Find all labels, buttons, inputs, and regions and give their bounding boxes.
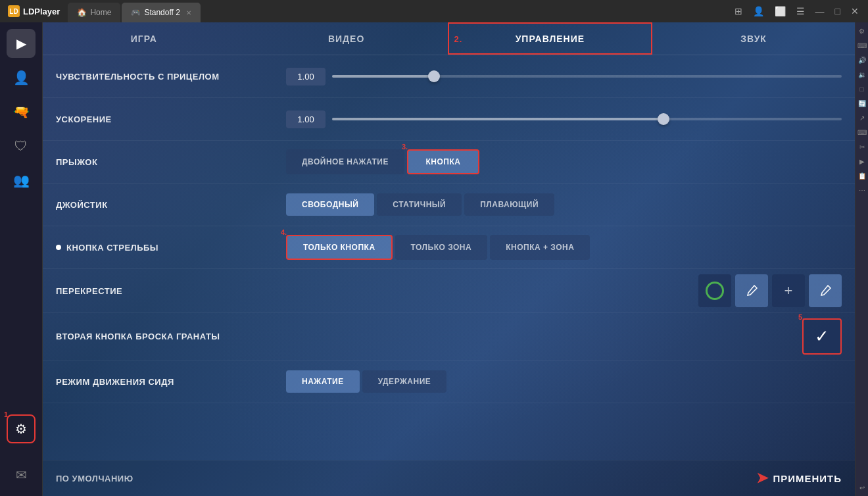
crouch-label: РЕЖИМ ДВИЖЕНИЯ СИДЯ <box>56 377 286 387</box>
crosshair-preview <box>698 274 731 307</box>
crosshair-row: ПЕРЕКРЕСТИЕ + <box>43 269 855 313</box>
app-logo: LD LDPlayer <box>0 5 68 17</box>
account-icon[interactable]: 👤 <box>750 5 767 18</box>
right-panel-clipboard[interactable]: 📋 <box>857 170 867 181</box>
screen-icon[interactable]: ⬜ <box>772 5 788 18</box>
titlebar: LD LDPlayer 🏠 Home 🎮 Standoff 2 ✕ ⊞ 👤 ⬜ … <box>0 0 868 22</box>
right-panel-cut[interactable]: ✂ <box>857 141 867 152</box>
menu-icon[interactable]: ☰ <box>794 5 808 18</box>
right-panel-volume-up[interactable]: 🔊 <box>857 55 867 65</box>
tab-control[interactable]: 2. УПРАВЛЕНИЕ <box>448 22 653 55</box>
acceleration-controls: 1.00 <box>286 111 842 128</box>
crosshair-edit1-btn[interactable] <box>735 274 768 307</box>
sidebar-item-shield[interactable]: 🛡 <box>7 132 36 161</box>
right-panel-input[interactable]: ⌨ <box>857 127 867 137</box>
grenade-controls: 5. ✓ <box>286 318 842 355</box>
joystick-static-btn[interactable]: СТАТИЧНЫЙ <box>377 193 462 216</box>
crouch-controls: НАЖАТИЕ УДЕРЖАНИЕ <box>286 370 842 393</box>
right-panel-rotate[interactable]: 🔄 <box>857 98 867 109</box>
crouch-hold-btn[interactable]: УДЕРЖАНИЕ <box>362 370 447 393</box>
crosshair-plus-btn[interactable]: + <box>772 274 805 307</box>
apply-row: ПО УМОЛЧАНИЮ ➤ ПРИМЕНИТЬ <box>43 460 855 496</box>
grenade-label: ВТОРАЯ КНОПКА БРОСКА ГРАНАТЫ <box>56 332 286 341</box>
joystick-floating-btn[interactable]: ПЛАВАЮЩИЙ <box>464 193 554 216</box>
step3-label: 3. <box>402 143 408 151</box>
acceleration-thumb[interactable] <box>658 113 669 125</box>
shoot-button-label: КНОПКА СТРЕЛЬБЫ <box>56 243 286 253</box>
right-panel-keyboard[interactable]: ⌨ <box>857 40 867 51</box>
crosshair-controls: + <box>286 274 842 307</box>
crosshair-edit2-btn[interactable] <box>809 274 842 307</box>
joystick-button-group: СВОБОДНЫЙ СТАТИЧНЫЙ ПЛАВАЮЩИЙ <box>286 193 554 216</box>
app-name: LDPlayer <box>23 7 60 16</box>
maximize-icon[interactable]: □ <box>832 5 843 18</box>
sidebar-item-play[interactable]: ▶ <box>7 29 36 58</box>
shoot-button-only-btn[interactable]: ТОЛЬКО КНОПКА <box>286 235 393 260</box>
tab-sound[interactable]: ЗВУК <box>652 22 855 55</box>
sidebar-item-settings[interactable]: 1. ⚙ <box>7 414 36 443</box>
play-icon: ▶ <box>16 36 26 51</box>
settings-icon: ⚙ <box>15 421 27 437</box>
tab-control-number: 2. <box>454 34 463 43</box>
crouch-row: РЕЖИМ ДВИЖЕНИЯ СИДЯ НАЖАТИЕ УДЕРЖАНИЕ <box>43 360 855 403</box>
shoot-button-controls: 4. ТОЛЬКО КНОПКА ТОЛЬКО ЗОНА КНОПКА + ЗО… <box>286 235 842 260</box>
sidebar: ▶ 👤 🔫 🛡 👥 1. ⚙ ✉ <box>0 22 43 496</box>
right-panel-fullscreen[interactable]: ↗ <box>857 112 867 123</box>
sidebar-item-gun[interactable]: 🔫 <box>7 97 36 126</box>
right-panel-volume-down[interactable]: 🔉 <box>857 69 867 80</box>
acceleration-fill <box>332 118 663 120</box>
tab-standoff2[interactable]: 🎮 Standoff 2 ✕ <box>122 3 201 22</box>
grenade-checkmark-btn[interactable]: 5. ✓ <box>802 318 842 355</box>
logo-icon: LD <box>8 5 20 17</box>
sensitivity-controls: 1.00 <box>286 68 842 86</box>
sensitivity-value: 1.00 <box>286 68 326 86</box>
dot-icon <box>56 245 61 250</box>
sensitivity-row: ЧУВСТВИТЕЛЬНОСТЬ С ПРИЦЕЛОМ 1.00 <box>43 55 855 98</box>
apply-button[interactable]: ➤ ПРИМЕНИТЬ <box>756 470 842 487</box>
minimize-icon[interactable]: — <box>813 5 827 18</box>
right-panel-more[interactable]: ⋯ <box>857 185 867 195</box>
shoot-button-zone-btn[interactable]: КНОПКА + ЗОНА <box>490 235 590 260</box>
right-panel-screen[interactable]: □ <box>857 84 867 94</box>
right-panel: ⚙ ⌨ 🔊 🔉 □ 🔄 ↗ ⌨ ✂ ▶ 📋 ⋯ ↩ <box>855 22 868 496</box>
settings-container: ЧУВСТВИТЕЛЬНОСТЬ С ПРИЦЕЛОМ 1.00 УСКОРЕН… <box>43 55 855 460</box>
crouch-button-group: НАЖАТИЕ УДЕРЖАНИЕ <box>286 370 446 393</box>
sidebar-item-group[interactable]: 👥 <box>7 166 36 195</box>
home-icon: 🏠 <box>77 8 87 17</box>
default-label: ПО УМОЛЧАНИЮ <box>56 474 133 484</box>
jump-double-tap-btn[interactable]: ДВОЙНОЕ НАЖАТИЕ <box>286 149 404 174</box>
acceleration-slider[interactable] <box>332 118 842 120</box>
tab-home[interactable]: 🏠 Home <box>68 3 120 22</box>
plus-icon: + <box>784 282 793 299</box>
right-panel-play[interactable]: ▶ <box>857 156 867 166</box>
right-panel-settings[interactable]: ⚙ <box>857 26 867 36</box>
crouch-press-btn[interactable]: НАЖАТИЕ <box>286 370 360 393</box>
right-panel-back[interactable]: ↩ <box>857 482 867 493</box>
step4-label: 4. <box>281 228 287 236</box>
sensitivity-slider[interactable] <box>332 75 842 78</box>
sensitivity-label: ЧУВСТВИТЕЛЬНОСТЬ С ПРИЦЕЛОМ <box>56 72 286 82</box>
acceleration-row: УСКОРЕНИЕ 1.00 <box>43 98 855 141</box>
tab-video[interactable]: ВИДЕО <box>245 22 448 55</box>
main-layout: ▶ 👤 🔫 🛡 👥 1. ⚙ ✉ ИГРА <box>0 22 868 496</box>
keyboard-icon[interactable]: ⊞ <box>732 5 745 18</box>
crosshair-label: ПЕРЕКРЕСТИЕ <box>56 286 286 296</box>
shoot-button-group: 4. ТОЛЬКО КНОПКА ТОЛЬКО ЗОНА КНОПКА + ЗО… <box>286 235 590 260</box>
acceleration-label: УСКОРЕНИЕ <box>56 114 286 124</box>
sidebar-item-person[interactable]: 👤 <box>7 63 36 92</box>
tab-close-icon[interactable]: ✕ <box>186 9 191 16</box>
tab-game[interactable]: ИГРА <box>43 22 245 55</box>
jump-button-btn[interactable]: КНОПКА <box>407 149 479 174</box>
shoot-zone-only-btn[interactable]: ТОЛЬКО ЗОНА <box>395 235 488 260</box>
close-icon[interactable]: ✕ <box>848 5 861 18</box>
checkmark-icon: ✓ <box>815 326 829 347</box>
joystick-label: ДЖОЙСТИК <box>56 200 286 210</box>
sidebar-item-mail[interactable]: ✉ <box>7 460 36 489</box>
apply-text: ПРИМЕНИТЬ <box>773 473 842 484</box>
game-icon: 🎮 <box>131 8 141 17</box>
group-icon: 👥 <box>13 172 30 188</box>
sensitivity-thumb[interactable] <box>428 70 440 82</box>
window-controls: ⊞ 👤 ⬜ ☰ — □ ✕ <box>732 5 868 18</box>
joystick-free-btn[interactable]: СВОБОДНЫЙ <box>286 193 374 216</box>
grenade-row: ВТОРАЯ КНОПКА БРОСКА ГРАНАТЫ 5. ✓ <box>43 313 855 360</box>
